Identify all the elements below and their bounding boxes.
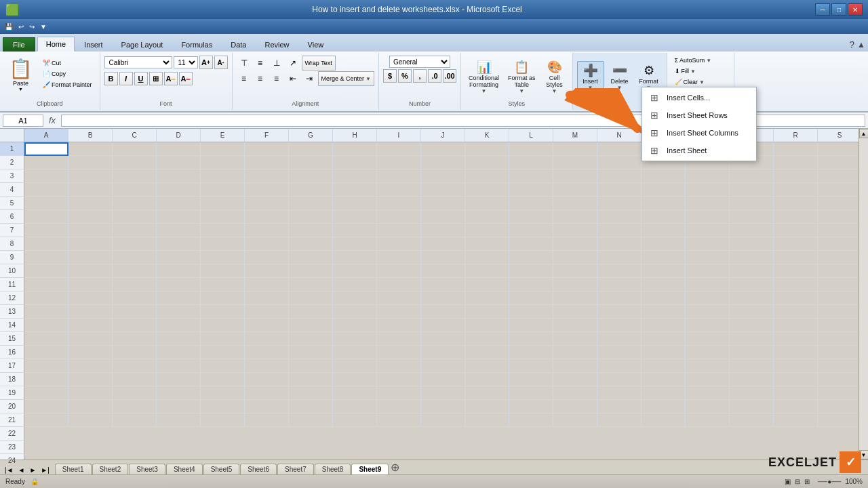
delete-dropdown-arrow[interactable]: ▼: [617, 85, 623, 91]
fill-color-button[interactable]: A▬: [164, 72, 178, 85]
row-header-20[interactable]: 20: [0, 400, 24, 413]
underline-button[interactable]: U: [134, 72, 148, 85]
scroll-up-button[interactable]: ▲: [859, 129, 869, 138]
sheet-tab-sheet4[interactable]: Sheet4: [166, 464, 203, 474]
row-header-10[interactable]: 10: [0, 264, 24, 278]
merge-center-dropdown[interactable]: ▼: [366, 76, 371, 82]
sheet-tab-sheet3[interactable]: Sheet3: [129, 464, 165, 474]
currency-button[interactable]: $: [383, 69, 397, 83]
sheet-tab-sheet8[interactable]: Sheet8: [315, 464, 351, 474]
col-header-K[interactable]: K: [465, 129, 509, 142]
cell-J1[interactable]: [421, 142, 465, 156]
row-header-19[interactable]: 19: [0, 386, 24, 400]
tab-formulas[interactable]: Formulas: [172, 37, 221, 52]
row-header-22[interactable]: 22: [0, 427, 24, 441]
ribbon-collapse-icon[interactable]: ▲: [857, 40, 865, 49]
italic-button[interactable]: I: [119, 72, 133, 85]
insert-sheet-rows-menu-item[interactable]: ⊞ Insert Sheet Rows: [642, 106, 756, 124]
format-table-button[interactable]: 📋 Format as Table ▼: [505, 58, 539, 96]
center-align-button[interactable]: ≡: [253, 71, 268, 86]
sheet-tab-sheet6[interactable]: Sheet6: [240, 464, 277, 474]
angle-text-button[interactable]: ↗: [285, 56, 300, 70]
bold-button[interactable]: B: [104, 72, 118, 85]
col-header-I[interactable]: I: [377, 129, 421, 142]
page-break-view-button[interactable]: ⊞: [804, 478, 810, 485]
cell-L1[interactable]: [509, 142, 553, 156]
next-sheet-button[interactable]: ►: [27, 466, 38, 474]
minimize-button[interactable]: ─: [815, 3, 830, 16]
font-color-button[interactable]: A▬: [179, 72, 193, 85]
conditional-formatting-dropdown[interactable]: ▼: [481, 88, 487, 94]
col-header-N[interactable]: N: [597, 129, 642, 142]
col-header-H[interactable]: H: [333, 129, 377, 142]
col-header-G[interactable]: G: [289, 129, 333, 142]
tab-page-layout[interactable]: Page Layout: [113, 37, 172, 52]
row-header-15[interactable]: 15: [0, 332, 24, 346]
cell-A3[interactable]: [24, 169, 68, 183]
cell-E1[interactable]: [201, 142, 245, 156]
cell-C1[interactable]: [113, 142, 157, 156]
zoom-slider[interactable]: ──●──: [818, 478, 841, 485]
increase-indent-button[interactable]: ⇥: [302, 71, 317, 86]
insert-cells-menu-item[interactable]: ⊞ Insert Cells...: [642, 89, 756, 106]
wrap-text-button[interactable]: Wrap Text: [302, 56, 336, 70]
decrease-indent-button[interactable]: ⇤: [285, 71, 300, 86]
border-button[interactable]: ⊞: [149, 72, 163, 85]
insert-button[interactable]: ➕ Insert ▼: [577, 61, 604, 93]
col-header-M[interactable]: M: [553, 129, 597, 142]
cell-D1[interactable]: [157, 142, 201, 156]
row-header-4[interactable]: 4: [0, 183, 24, 197]
cell-B1[interactable]: [68, 142, 113, 156]
row-header-8[interactable]: 8: [0, 237, 24, 251]
row-header-12[interactable]: 12: [0, 291, 24, 305]
top-align-button[interactable]: ⊤: [237, 56, 252, 70]
left-align-button[interactable]: ≡: [237, 71, 252, 86]
insert-sheet-menu-item[interactable]: ⊞ Insert Sheet: [642, 142, 756, 159]
fill-dropdown[interactable]: ▼: [690, 68, 696, 75]
cell-styles-button[interactable]: 🎨 Cell Styles ▼: [541, 58, 568, 96]
merge-center-button[interactable]: Merge & Center ▼: [318, 71, 374, 86]
col-header-F[interactable]: F: [245, 129, 289, 142]
sheet-tab-sheet7[interactable]: Sheet7: [277, 464, 314, 474]
comma-button[interactable]: ,: [413, 69, 427, 83]
cell-R1[interactable]: [774, 142, 818, 156]
row-header-13[interactable]: 13: [0, 305, 24, 319]
right-align-button[interactable]: ≡: [269, 71, 284, 86]
bottom-align-button[interactable]: ⊥: [269, 56, 284, 70]
row-header-17[interactable]: 17: [0, 359, 24, 373]
cell-A2[interactable]: [24, 156, 68, 169]
decrease-decimal-button[interactable]: .0: [428, 69, 441, 83]
row-header-3[interactable]: 3: [0, 169, 24, 183]
cell-G1[interactable]: [289, 142, 333, 156]
add-sheet-button[interactable]: ⊕: [391, 461, 399, 474]
decrease-font-size-button[interactable]: A-: [214, 56, 228, 69]
tab-view[interactable]: View: [299, 37, 333, 52]
tab-review[interactable]: Review: [256, 37, 298, 52]
cell-K1[interactable]: [465, 142, 509, 156]
cell-S1[interactable]: [818, 142, 859, 156]
increase-font-size-button[interactable]: A+: [199, 56, 213, 69]
row-header-18[interactable]: 18: [0, 373, 24, 386]
row-header-1[interactable]: 1: [0, 142, 24, 156]
corner-cell[interactable]: [0, 129, 24, 142]
copy-button[interactable]: 📄 Copy: [39, 69, 96, 79]
save-quick-btn[interactable]: 💾: [3, 22, 15, 31]
insert-sheet-columns-menu-item[interactable]: ⊞ Insert Sheet Columns: [642, 124, 756, 142]
tab-file[interactable]: File: [3, 37, 35, 52]
delete-button[interactable]: ➖ Delete ▼: [606, 61, 633, 93]
sheet-tab-sheet1[interactable]: Sheet1: [55, 464, 92, 474]
row-header-7[interactable]: 7: [0, 224, 24, 237]
tab-home[interactable]: Home: [37, 37, 75, 52]
autosum-dropdown[interactable]: ▼: [706, 58, 711, 64]
cell-M1[interactable]: [553, 142, 597, 156]
row-header-21[interactable]: 21: [0, 413, 24, 427]
col-header-S[interactable]: S: [818, 129, 859, 142]
cell-A1[interactable]: [24, 142, 68, 156]
format-painter-button[interactable]: 🖌️ Format Painter: [39, 80, 96, 89]
cell-reference-box[interactable]: [3, 115, 43, 127]
fill-button[interactable]: ⬇ Fill ▼: [671, 66, 699, 76]
autosum-button[interactable]: Σ AutoSum ▼: [671, 56, 715, 65]
help-icon[interactable]: ?: [849, 39, 854, 50]
normal-view-button[interactable]: ▣: [785, 478, 791, 485]
col-header-A[interactable]: A: [24, 129, 68, 142]
